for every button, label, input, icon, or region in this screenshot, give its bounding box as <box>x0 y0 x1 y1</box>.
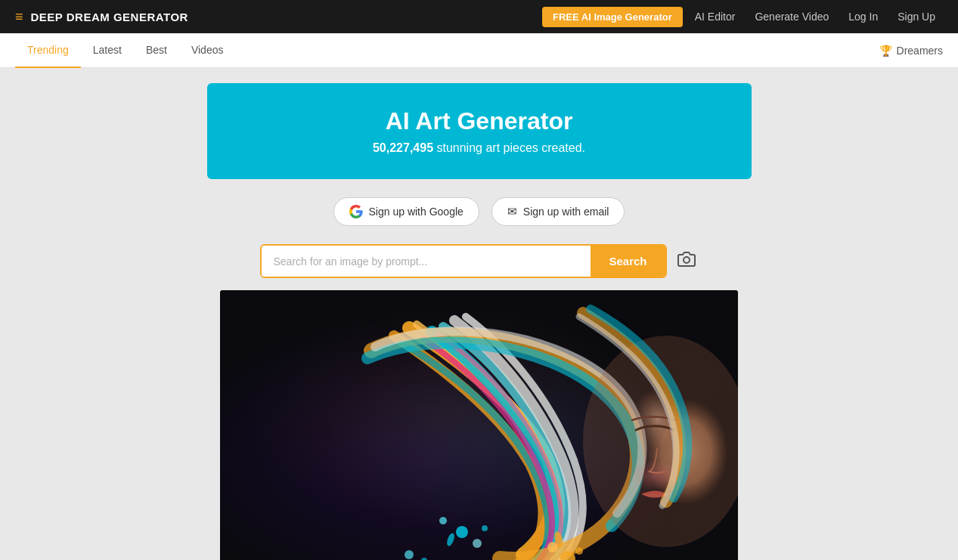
hero-count: 50,227,495 <box>373 141 433 154</box>
signup-buttons: Sign up with Google ✉ Sign up with email <box>333 197 625 226</box>
subnav: Trending Latest Best Videos 🏆 Dreamers <box>0 33 958 68</box>
tab-best[interactable]: Best <box>134 33 179 68</box>
trophy-icon: 🏆 <box>879 45 892 57</box>
hero-subtitle-suffix: stunning art pieces created. <box>433 141 585 154</box>
subnav-tabs: Trending Latest Best Videos <box>15 33 235 68</box>
hero-title: AI Art Generator <box>237 107 721 135</box>
brand-name: DEEP DREAM GENERATOR <box>31 11 188 23</box>
generate-video-link[interactable]: Generate Video <box>747 6 836 27</box>
svg-rect-18 <box>220 290 738 560</box>
signup-google-label: Sign up with Google <box>369 206 463 218</box>
log-in-link[interactable]: Log In <box>841 6 885 27</box>
menu-icon[interactable]: ≡ <box>15 9 23 25</box>
signup-email-button[interactable]: ✉ Sign up with email <box>491 197 625 226</box>
svg-point-0 <box>684 257 690 263</box>
signup-google-button[interactable]: Sign up with Google <box>333 197 479 226</box>
camera-icon <box>677 250 696 268</box>
featured-image <box>220 290 738 560</box>
main-content: AI Art Generator 50,227,495 stunning art… <box>0 68 958 560</box>
search-input[interactable] <box>262 246 591 277</box>
search-bar-container: Search <box>260 244 699 278</box>
subnav-right: 🏆 Dreamers <box>879 45 943 57</box>
hero-banner: AI Art Generator 50,227,495 stunning art… <box>207 83 752 179</box>
signup-email-label: Sign up with email <box>523 206 609 218</box>
navbar-left: ≡ DEEP DREAM GENERATOR <box>15 9 188 25</box>
dreamers-label: Dreamers <box>897 45 943 57</box>
camera-search-button[interactable] <box>674 247 699 275</box>
google-icon <box>349 205 363 218</box>
navbar-right: FREE AI Image Generator AI Editor Genera… <box>542 6 943 27</box>
sign-up-link[interactable]: Sign Up <box>890 6 943 27</box>
search-input-wrapper: Search <box>260 244 667 278</box>
email-icon: ✉ <box>507 205 517 218</box>
tab-videos[interactable]: Videos <box>179 33 236 68</box>
tab-trending[interactable]: Trending <box>15 33 81 68</box>
artwork-swirl <box>220 290 738 560</box>
free-ai-button[interactable]: FREE AI Image Generator <box>542 7 683 27</box>
ai-editor-link[interactable]: AI Editor <box>687 6 743 27</box>
search-button[interactable]: Search <box>591 246 665 277</box>
featured-image-wrapper <box>220 290 738 560</box>
navbar: ≡ DEEP DREAM GENERATOR FREE AI Image Gen… <box>0 0 958 33</box>
hero-subtitle: 50,227,495 stunning art pieces created. <box>237 141 721 155</box>
tab-latest[interactable]: Latest <box>81 33 134 68</box>
